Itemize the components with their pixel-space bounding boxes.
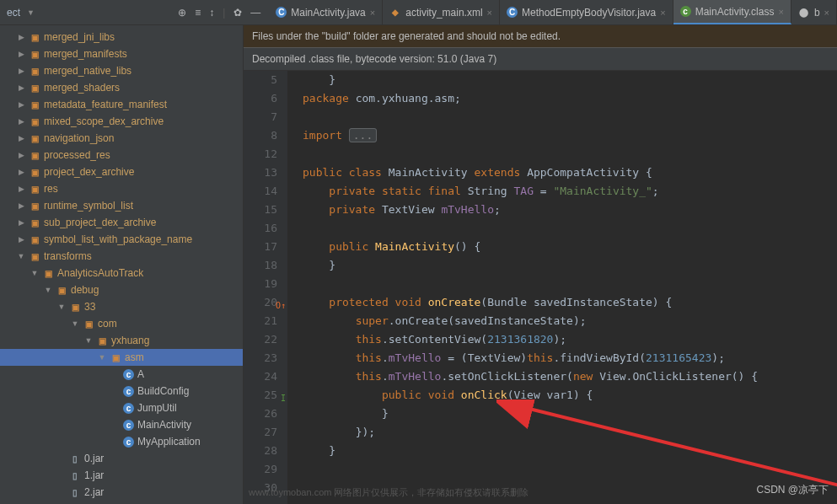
tree-item-yxhuang[interactable]: ▼▣yxhuang [0, 332, 243, 349]
line-number: 6 [244, 89, 277, 108]
close-icon[interactable]: × [487, 8, 492, 18]
code-line[interactable]: public class MainActivity extends AppCom… [303, 164, 758, 182]
class-icon: c [123, 403, 134, 414]
tree-item-transforms[interactable]: ▼▣transforms [0, 248, 243, 265]
override-marker-icon[interactable]: O↑ [276, 297, 286, 307]
code-line[interactable] [303, 219, 758, 238]
tree-item-debug[interactable]: ▼▣debug [0, 281, 243, 298]
tree-item-buildconfig[interactable]: cBuildConfig [0, 383, 243, 399]
chevron-icon[interactable]: ▼ [30, 269, 39, 277]
tree-item-processed_res[interactable]: ▶▣processed_res [0, 147, 243, 164]
gear-icon[interactable]: ✿ [233, 7, 242, 19]
chevron-icon[interactable]: ▶ [17, 151, 25, 159]
override-marker-icon[interactable]: I [276, 389, 286, 399]
tab-b[interactable]: ⬤b× [791, 0, 837, 24]
chevron-down-icon[interactable]: ▼ [27, 8, 35, 17]
chevron-icon[interactable]: ▶ [17, 100, 25, 109]
tree-item-myapplication[interactable]: cMyApplication [0, 433, 243, 450]
class-icon: c [123, 437, 134, 448]
tree-item-navigation_json[interactable]: ▶▣navigation_json [0, 130, 243, 147]
line-number: 17 [244, 238, 277, 256]
code-line[interactable]: } [303, 442, 758, 460]
code-content[interactable]: }package com.yxhuang.asm; import ... pub… [287, 71, 758, 504]
tree-item-merged_manifests[interactable]: ▶▣merged_manifests [0, 46, 243, 62]
close-icon[interactable]: × [660, 8, 665, 18]
code-viewport[interactable]: 5678121314151617181920212223242526272829… [244, 71, 837, 504]
tree-item-asm[interactable]: ▼▣asm [0, 349, 243, 366]
folder-icon: ▣ [29, 233, 40, 245]
tab-mainactivity-class[interactable]: cMainActivity.class× [673, 0, 791, 24]
tree-item-metadata_feature_manifest[interactable]: ▶▣metadata_feature_manifest [0, 96, 243, 113]
chevron-icon[interactable]: ▶ [17, 50, 25, 58]
chevron-icon[interactable]: ▶ [17, 33, 25, 41]
close-icon[interactable]: × [778, 7, 783, 17]
tree-item-a[interactable]: cA [0, 366, 243, 383]
tree-item-2-jar[interactable]: ▯2.jar [0, 484, 243, 501]
chevron-icon[interactable]: ▼ [84, 336, 93, 345]
code-line[interactable]: public MainActivity() { [303, 238, 758, 256]
code-line[interactable]: super.onCreate(savedInstanceState); [303, 312, 758, 330]
project-tree[interactable]: ▶▣merged_jni_libs▶▣merged_manifests▶▣mer… [0, 25, 244, 504]
tree-item-merged_native_libs[interactable]: ▶▣merged_native_libs [0, 62, 243, 79]
tree-item-res[interactable]: ▶▣res [0, 180, 243, 197]
tree-item-analyticsautotrack[interactable]: ▼▣AnalyticsAutoTrack [0, 265, 243, 281]
line-number: 22 [244, 330, 277, 349]
tree-item-merged_jni_libs[interactable]: ▶▣merged_jni_libs [0, 29, 243, 46]
close-icon[interactable]: × [370, 8, 375, 18]
chevron-icon[interactable]: ▶ [17, 235, 25, 244]
code-line[interactable] [303, 275, 758, 293]
tree-item-33[interactable]: ▼▣33 [0, 298, 243, 315]
tree-item-com[interactable]: ▼▣com [0, 315, 243, 332]
chevron-icon[interactable]: ▶ [17, 67, 25, 75]
chevron-icon[interactable]: ▶ [17, 201, 25, 210]
tree-item-jumputil[interactable]: cJumpUtil [0, 399, 243, 416]
code-line[interactable] [303, 145, 758, 164]
expand-icon[interactable]: ↕ [209, 7, 214, 19]
code-line[interactable]: }); [303, 423, 758, 442]
code-line[interactable]: public void onClick(View var1) { [303, 386, 758, 405]
tree-item-sub_project_dex_archive[interactable]: ▶▣sub_project_dex_archive [0, 214, 243, 231]
chevron-icon[interactable]: ▶ [17, 134, 25, 142]
chevron-icon[interactable]: ▶ [17, 218, 25, 227]
code-line[interactable]: import ... [303, 126, 758, 145]
tree-item-runtime_symbol_list[interactable]: ▶▣runtime_symbol_list [0, 197, 243, 214]
code-line[interactable]: this.mTvHello = (TextView)this.findViewB… [303, 349, 758, 367]
code-line[interactable]: this.setContentView(2131361820); [303, 330, 758, 349]
tree-item-project_dex_archive[interactable]: ▶▣project_dex_archive [0, 164, 243, 180]
minimize-icon[interactable]: — [250, 7, 260, 19]
code-line[interactable]: private TextView mTvHello; [303, 201, 758, 219]
chevron-icon[interactable]: ▶ [17, 168, 25, 176]
folder-icon: ▣ [29, 65, 40, 77]
code-line[interactable]: package com.yxhuang.asm; [303, 89, 758, 108]
code-line[interactable]: protected void onCreate(Bundle savedInst… [303, 293, 758, 312]
generated-file-banner: Files under the "build" folder are gener… [244, 25, 837, 48]
folder-icon: ▣ [29, 200, 40, 212]
tree-item-mainactivity[interactable]: cMainActivity [0, 416, 243, 433]
code-line[interactable] [303, 460, 758, 479]
code-line[interactable] [303, 108, 758, 126]
code-line[interactable]: this.mTvHello.setOnClickListener(new Vie… [303, 367, 758, 386]
sort-icon[interactable]: ≡ [195, 7, 201, 19]
chevron-icon[interactable]: ▼ [57, 303, 66, 311]
chevron-icon[interactable]: ▼ [98, 353, 106, 362]
code-line[interactable]: } [303, 71, 758, 89]
chevron-icon[interactable]: ▶ [17, 117, 25, 126]
tab-activity_main-xml[interactable]: ◆activity_main.xml× [383, 0, 500, 24]
tab-methodemptybodyvisitor-java[interactable]: CMethodEmptyBodyVisitor.java× [500, 0, 673, 24]
code-line[interactable]: } [303, 256, 758, 275]
tab-mainactivity-java[interactable]: CMainActivity.java× [269, 0, 383, 24]
tree-item-symbol_list_with_package_name[interactable]: ▶▣symbol_list_with_package_name [0, 231, 243, 248]
tree-item-1-jar[interactable]: ▯1.jar [0, 467, 243, 484]
tree-item-merged_shaders[interactable]: ▶▣merged_shaders [0, 79, 243, 96]
chevron-icon[interactable]: ▼ [17, 252, 25, 260]
tree-item-0-jar[interactable]: ▯0.jar [0, 450, 243, 467]
chevron-icon[interactable]: ▶ [17, 185, 25, 193]
tree-item-mixed_scope_dex_archive[interactable]: ▶▣mixed_scope_dex_archive [0, 113, 243, 130]
chevron-icon[interactable]: ▼ [44, 286, 52, 294]
chevron-icon[interactable]: ▼ [71, 319, 79, 328]
code-line[interactable]: } [303, 405, 758, 423]
close-icon[interactable]: × [824, 8, 829, 18]
chevron-icon[interactable]: ▶ [17, 83, 25, 92]
code-line[interactable]: private static final String TAG = "MainA… [303, 182, 758, 201]
target-icon[interactable]: ⊕ [178, 7, 186, 19]
